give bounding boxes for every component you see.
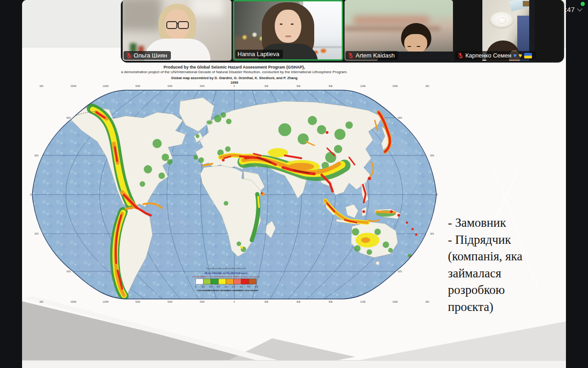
svg-text:90E: 90E — [329, 85, 334, 87]
map-title-line1: Produced by the Global Seismic Hazard As… — [28, 65, 441, 69]
legend-values: 00.20.40.81.62.43.24.04.8 — [195, 286, 258, 288]
legend-color-bar — [196, 279, 256, 284]
participant-name: Карпенко Семен — [465, 52, 511, 59]
status-indicator-dot — [581, 2, 585, 6]
map-title-line2: a demonstration project of the UN/Intern… — [28, 70, 441, 74]
bullet-line: - Замовник — [448, 214, 566, 231]
meeting-timer[interactable]: :47 — [565, 6, 582, 13]
svg-text:0.2: 0.2 — [202, 286, 205, 288]
participant-tile-semen[interactable]: Карпенко Семен ♥ ♥ — [454, 0, 562, 61]
svg-text:30W: 30W — [200, 300, 205, 303]
svg-text:150W: 150W — [70, 300, 76, 303]
svg-text:180: 180 — [425, 85, 430, 87]
svg-text:60E: 60E — [297, 85, 301, 87]
svg-text:0: 0 — [234, 85, 235, 87]
svg-text:60E: 60E — [297, 300, 301, 303]
muted-mic-icon — [458, 52, 464, 58]
participant-name-label: Artem Kaidash — [345, 51, 398, 60]
svg-text:60W: 60W — [168, 300, 173, 303]
svg-text:180: 180 — [40, 300, 44, 303]
slide-bottom-strip — [22, 360, 566, 368]
bullet-line: розробкою — [448, 282, 566, 299]
svg-text:30N: 30N — [430, 154, 435, 157]
map-title-line3: Global map assembled by D. Giardini, G. … — [28, 76, 441, 80]
svg-text:VERY HIGH HAZARD: VERY HIGH HAZARD — [239, 289, 259, 292]
svg-text:4.8: 4.8 — [255, 286, 258, 288]
bullet-line: проєкта) — [448, 299, 566, 316]
bullet-line: - Підрядчик — [448, 231, 566, 248]
svg-text:30E: 30E — [265, 85, 269, 87]
svg-text:150W: 150W — [70, 85, 76, 87]
muted-mic-icon — [126, 52, 132, 58]
svg-text:30W: 30W — [200, 85, 205, 87]
svg-text:30E: 30E — [265, 300, 269, 303]
svg-text:30N: 30N — [34, 154, 39, 157]
svg-text:60N: 60N — [398, 116, 402, 119]
blue-heart-icon: ♥ — [513, 52, 517, 58]
svg-text:90W: 90W — [136, 85, 141, 87]
timer-text: :47 — [565, 6, 575, 13]
svg-text:0: 0 — [234, 300, 235, 303]
participant-tile-artem[interactable]: Artem Kaidash — [345, 0, 453, 61]
svg-text:150E: 150E — [392, 300, 398, 303]
participant-name: Artem Kaidash — [356, 52, 395, 59]
participant-name-label: Ольга Шиян — [124, 51, 171, 60]
bullet-line: (компанія, яка — [448, 248, 566, 265]
chevron-down-icon[interactable] — [577, 6, 582, 11]
svg-text:0.4: 0.4 — [209, 286, 213, 288]
slide-text-block: - Замовник - Підрядчик (компанія, яка за… — [448, 214, 566, 315]
participant-tile-hanna-active-speaker[interactable]: Hanna Laptieva — [233, 0, 343, 61]
svg-text:4.0: 4.0 — [247, 286, 250, 288]
svg-text:1.6: 1.6 — [225, 286, 228, 288]
glasses-icon — [166, 21, 177, 29]
video-filmstrip: Ольга Шиян Hanna Laptieva Artem Ka — [121, 0, 564, 63]
svg-text:MODERATE HAZARD: MODERATE HAZARD — [209, 289, 228, 292]
longitude-labels-bottom: 180150W120W90W60W30W030E60E90E120E150E18… — [40, 300, 430, 303]
bullet-line: займалася — [448, 265, 566, 282]
svg-text:HIGH HAZARD: HIGH HAZARD — [227, 289, 240, 292]
svg-text:180: 180 — [425, 300, 430, 303]
svg-text:3.2: 3.2 — [240, 286, 243, 288]
ukraine-flag-icon — [524, 53, 532, 58]
participant-name: Ольга Шиян — [134, 52, 167, 59]
legend-heading2: 10% PROBABILITY OF EXCEEDANCE IN 50 YEAR… — [192, 276, 260, 278]
svg-text:150E: 150E — [392, 85, 398, 87]
participant-name: Hanna Laptieva — [237, 51, 279, 58]
map-title-block: Produced by the Global Seismic Hazard As… — [28, 65, 441, 85]
svg-text:60W: 60W — [168, 85, 173, 87]
muted-mic-icon — [348, 52, 354, 58]
legend-heading1: PEAK GROUND ACCELERATION (m/s²) — [204, 272, 247, 275]
svg-text:2.4: 2.4 — [232, 286, 235, 288]
yellow-heart-icon: ♥ — [519, 52, 522, 58]
svg-text:60S: 60S — [67, 270, 71, 273]
svg-text:120E: 120E — [360, 300, 366, 303]
longitude-labels-top: 180150W120W90W60W30W030E60E90E120E150E18… — [40, 85, 430, 87]
svg-text:0: 0 — [436, 193, 438, 196]
svg-text:30S: 30S — [34, 232, 39, 235]
svg-text:90E: 90E — [329, 300, 334, 303]
svg-text:30S: 30S — [430, 232, 435, 235]
svg-text:60N: 60N — [67, 116, 71, 119]
participant-tile-olha[interactable]: Ольга Шиян — [123, 0, 232, 61]
participant-name-label: Hanna Laptieva — [235, 50, 283, 58]
svg-text:60S: 60S — [398, 270, 402, 273]
svg-text:0.8: 0.8 — [217, 286, 220, 288]
svg-text:120W: 120W — [102, 300, 108, 303]
svg-text:180: 180 — [40, 85, 44, 87]
svg-text:0: 0 — [30, 193, 31, 196]
svg-text:LOW HAZARD: LOW HAZARD — [197, 289, 210, 292]
legend-categories: LOW HAZARDMODERATE HAZARDHIGH HAZARDVERY… — [197, 289, 258, 292]
svg-text:90W: 90W — [136, 300, 141, 303]
svg-text:120E: 120E — [360, 85, 366, 87]
participant-name-label: Карпенко Семен ♥ ♥ — [455, 51, 536, 60]
svg-text:120W: 120W — [102, 85, 108, 87]
seismic-hazard-world-map: PEAK GROUND ACCELERATION (m/s²) 10% PROB… — [28, 84, 441, 305]
